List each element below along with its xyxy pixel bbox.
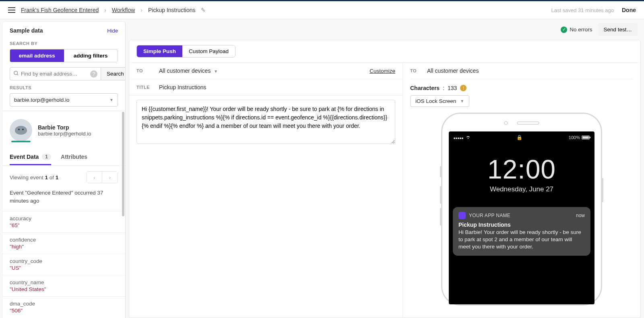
chevron-down-icon: ▼ bbox=[460, 99, 464, 103]
sidebar: Sample data Hide SEARCH BY email address… bbox=[2, 22, 126, 318]
results-select-value: barbie.torp@gerhold.io bbox=[14, 97, 70, 103]
results-label: RESULTS bbox=[2, 84, 125, 93]
breadcrumb-current: Pickup Instructions bbox=[148, 7, 196, 13]
sidebar-title: Sample data bbox=[10, 27, 43, 34]
sidebar-scroll[interactable]: Barbie Torp barbie.torp@gerhold.io Event… bbox=[2, 111, 125, 318]
chevron-right-icon: › bbox=[104, 7, 106, 13]
send-test-button[interactable]: Send test… bbox=[598, 23, 638, 36]
warning-icon: ! bbox=[460, 85, 466, 91]
svg-point-0 bbox=[14, 71, 18, 74]
search-input[interactable] bbox=[19, 68, 90, 80]
chevron-down-icon: ▼ bbox=[109, 98, 114, 102]
svg-line-1 bbox=[17, 74, 18, 75]
scrollbar-thumb[interactable] bbox=[122, 112, 124, 216]
battery-icon bbox=[582, 135, 590, 140]
event-nav-text: Viewing event 1 of 1 bbox=[10, 174, 58, 181]
search-button[interactable]: Search bbox=[101, 67, 126, 80]
notification-title: Pickup Instructions bbox=[458, 222, 585, 228]
notification-app-icon bbox=[458, 212, 466, 219]
tab-custom-payload[interactable]: Custom Payload bbox=[182, 45, 235, 57]
search-icon bbox=[13, 70, 19, 78]
payload-type-tabs: Simple Push Custom Payload bbox=[136, 45, 235, 57]
kv-row: country_name"United States" bbox=[2, 275, 125, 296]
preview-device-select[interactable]: iOS Lock Screen ▼ bbox=[410, 95, 469, 107]
tab-simple-push[interactable]: Simple Push bbox=[137, 45, 182, 57]
lock-screen-date: Wednesday, June 27 bbox=[453, 185, 590, 193]
menu-icon[interactable] bbox=[8, 7, 15, 13]
tab-event-data[interactable]: Event Data 1 bbox=[10, 150, 51, 165]
event-description: Event "Geofence Entered" occurred 37 min… bbox=[2, 189, 125, 211]
phone-mock: 🔒 100% 12:00 Wednesday, June 27 bbox=[441, 113, 602, 306]
breadcrumb-root[interactable]: Frank's Fish Geofence Entered bbox=[21, 7, 99, 13]
chevron-right-icon: › bbox=[140, 7, 142, 13]
to-label: TO bbox=[136, 68, 152, 73]
main-area: ✓ No errors Send test… Simple Push Custo… bbox=[126, 19, 644, 318]
notification-card: YOUR APP NAME now Pickup Instructions Hi… bbox=[453, 207, 590, 256]
kv-row: dma_code"506" bbox=[2, 296, 125, 318]
no-errors-status: ✓ No errors bbox=[561, 27, 592, 33]
characters-label: Characters bbox=[410, 85, 440, 91]
search-input-wrap: ? bbox=[10, 67, 101, 80]
message-textarea[interactable] bbox=[136, 100, 395, 144]
tab-event-data-badge: 1 bbox=[42, 154, 51, 160]
preview-to-label: TO bbox=[410, 68, 420, 73]
preview-to-value: All customer devices bbox=[427, 68, 633, 74]
done-button[interactable]: Done bbox=[622, 7, 636, 13]
chevron-down-icon: ▼ bbox=[214, 69, 218, 74]
battery-pct: 100% bbox=[569, 135, 580, 140]
check-circle-icon: ✓ bbox=[561, 27, 567, 33]
title-label: TITLE bbox=[136, 85, 152, 90]
pencil-icon[interactable]: ✎ bbox=[201, 7, 206, 13]
customize-link[interactable]: Customize bbox=[369, 68, 395, 74]
search-by-email-tab[interactable]: email address bbox=[10, 49, 64, 62]
last-saved-text: Last saved 31 minutes ago bbox=[551, 7, 614, 13]
title-value[interactable]: Pickup Instructions bbox=[159, 84, 395, 90]
to-value-select[interactable]: All customer devices ▼ bbox=[159, 68, 362, 74]
kv-row: accuracy"65" bbox=[2, 211, 125, 232]
event-prev-button[interactable]: ‹ bbox=[87, 172, 102, 183]
search-by-label: SEARCH BY bbox=[2, 39, 125, 49]
topbar: Frank's Fish Geofence Entered › Workflow… bbox=[0, 0, 644, 19]
kv-row: country_code"US" bbox=[2, 254, 125, 275]
notification-app-name: YOUR APP NAME bbox=[469, 213, 573, 218]
profile-email: barbie.torp@gerhold.io bbox=[38, 131, 91, 137]
event-pager: ‹ › bbox=[87, 171, 118, 183]
results-select[interactable]: barbie.torp@gerhold.io ▼ bbox=[10, 93, 118, 107]
wifi-icon bbox=[466, 135, 471, 140]
notification-when: now bbox=[576, 213, 585, 218]
search-by-segment: email address adding filters bbox=[10, 49, 118, 62]
tab-event-data-label: Event Data bbox=[10, 154, 39, 160]
profile-name: Barbie Torp bbox=[38, 124, 91, 131]
event-next-button[interactable]: › bbox=[102, 172, 118, 183]
hide-link[interactable]: Hide bbox=[107, 28, 118, 34]
lock-screen-time: 12:00 bbox=[453, 154, 590, 185]
avatar bbox=[10, 119, 32, 142]
characters-value: 133 bbox=[448, 85, 457, 91]
search-by-filters-tab[interactable]: adding filters bbox=[64, 49, 118, 62]
help-icon[interactable]: ? bbox=[90, 70, 97, 78]
breadcrumb-workflow[interactable]: Workflow bbox=[112, 7, 135, 13]
signal-icon bbox=[454, 135, 464, 140]
lock-icon: 🔒 bbox=[516, 135, 522, 140]
tab-attributes[interactable]: Attributes bbox=[61, 150, 87, 165]
editor-card: Simple Push Custom Payload TO All custom… bbox=[129, 40, 641, 318]
sidebar-tabs: Event Data 1 Attributes bbox=[2, 150, 125, 166]
profile-block: Barbie Torp barbie.torp@gerhold.io bbox=[2, 111, 125, 150]
kv-row: confidence"high" bbox=[2, 232, 125, 254]
notification-body: Hi Barbie! Your order will be ready shor… bbox=[458, 229, 585, 251]
